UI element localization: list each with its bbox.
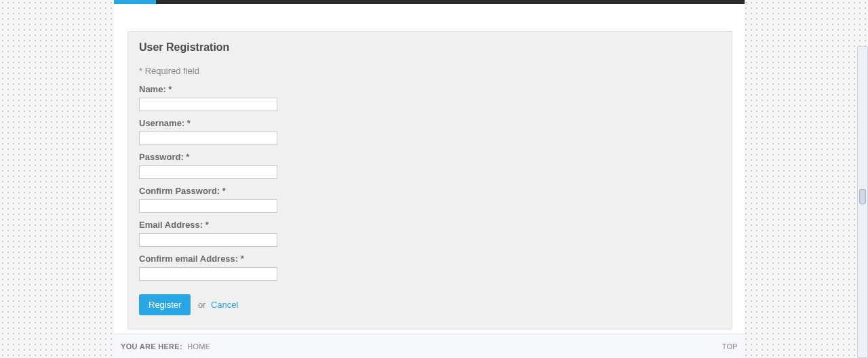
label-password: Password: *	[139, 152, 721, 162]
vertical-scrollbar[interactable]	[857, 46, 868, 358]
field-row-confirm-email: Confirm email Address: *	[139, 254, 721, 281]
top-nav-bar	[114, 0, 745, 4]
field-row-username: Username: *	[139, 118, 721, 145]
label-confirm-email: Confirm email Address: *	[139, 254, 721, 264]
form-title: User Registration	[139, 41, 721, 54]
breadcrumb-current[interactable]: HOME	[187, 342, 210, 351]
field-row-password: Password: *	[139, 152, 721, 179]
page-container: User Registration * Required field Name:…	[114, 0, 745, 358]
confirm-email-field[interactable]	[139, 267, 277, 281]
password-field[interactable]	[139, 165, 277, 179]
label-name: Name: *	[139, 84, 721, 94]
footer-bar: YOU ARE HERE: HOME TOP	[114, 334, 745, 358]
breadcrumb: YOU ARE HERE: HOME	[121, 342, 210, 351]
registration-form-panel: User Registration * Required field Name:…	[127, 31, 732, 330]
form-actions: Register or Cancel	[139, 294, 721, 315]
required-field-note: * Required field	[139, 66, 721, 76]
username-field[interactable]	[139, 132, 277, 145]
label-username: Username: *	[139, 118, 721, 128]
label-confirm-password: Confirm Password: *	[139, 186, 721, 196]
label-email: Email Address: *	[139, 220, 721, 230]
name-field[interactable]	[139, 98, 277, 111]
scrollbar-thumb[interactable]	[859, 189, 866, 204]
confirm-password-field[interactable]	[139, 199, 277, 213]
field-row-name: Name: *	[139, 84, 721, 111]
top-nav-active-indicator	[114, 0, 156, 4]
cancel-link[interactable]: Cancel	[211, 300, 238, 310]
or-text: or	[198, 300, 206, 310]
register-button[interactable]: Register	[139, 294, 191, 315]
field-row-confirm-password: Confirm Password: *	[139, 186, 721, 213]
field-row-email: Email Address: *	[139, 220, 721, 247]
breadcrumb-label: YOU ARE HERE:	[121, 342, 182, 351]
back-to-top-link[interactable]: TOP	[722, 342, 738, 351]
email-field[interactable]	[139, 233, 277, 247]
